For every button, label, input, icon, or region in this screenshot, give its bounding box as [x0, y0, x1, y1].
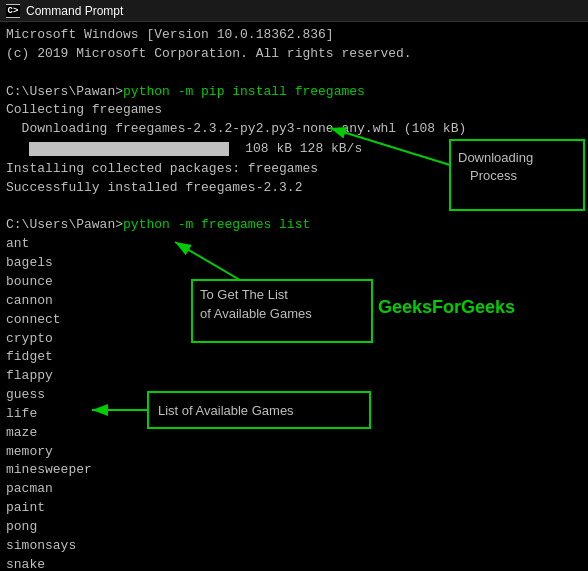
- game-flappy: flappy: [6, 367, 582, 386]
- game-maze: maze: [6, 424, 582, 443]
- game-bagels: bagels: [6, 254, 582, 273]
- progress-bar-fill: [29, 142, 229, 156]
- progress-bar: [29, 142, 229, 156]
- command1-line: C:\Users\Pawan>python -m pip install fre…: [6, 83, 582, 102]
- game-fidget: fidget: [6, 348, 582, 367]
- installing-line: Installing collected packages: freegames: [6, 160, 582, 179]
- downloading-line: Downloading freegames-2.3.2-py2.py3-none…: [6, 120, 582, 139]
- success-line: Successfully installed freegames-2.3.2: [6, 179, 582, 198]
- game-pong: pong: [6, 518, 582, 537]
- system-info-line1: Microsoft Windows [Version 10.0.18362.83…: [6, 26, 582, 45]
- game-connect: connect: [6, 311, 582, 330]
- game-life: life: [6, 405, 582, 424]
- game-crypto: crypto: [6, 330, 582, 349]
- game-ant: ant: [6, 235, 582, 254]
- game-simonsays: simonsays: [6, 537, 582, 556]
- collecting-line: Collecting freegames: [6, 101, 582, 120]
- game-bounce: bounce: [6, 273, 582, 292]
- progress-bar-line: 108 kB 128 kB/s: [6, 140, 582, 159]
- game-memory: memory: [6, 443, 582, 462]
- title-bar: C> Command Prompt: [0, 0, 588, 22]
- game-pacman: pacman: [6, 480, 582, 499]
- window-title: Command Prompt: [26, 4, 123, 18]
- terminal-content: Microsoft Windows [Version 10.0.18362.83…: [0, 22, 588, 571]
- game-cannon: cannon: [6, 292, 582, 311]
- game-paint: paint: [6, 499, 582, 518]
- command2-line: C:\Users\Pawan>python -m freegames list: [6, 216, 582, 235]
- game-minesweeper: minesweeper: [6, 461, 582, 480]
- system-info-line2: (c) 2019 Microsoft Corporation. All righ…: [6, 45, 582, 64]
- cmd-icon: C>: [6, 4, 20, 18]
- game-guess: guess: [6, 386, 582, 405]
- game-snake: snake: [6, 556, 582, 571]
